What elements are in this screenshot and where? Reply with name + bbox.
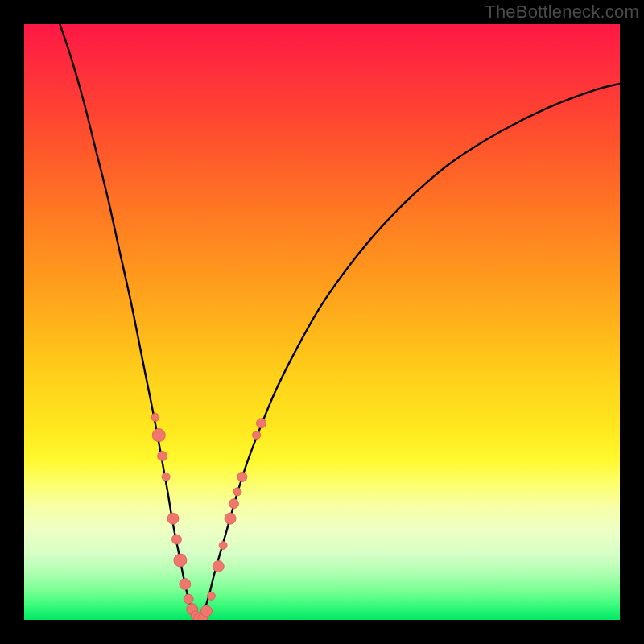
chart-frame: TheBottleneck.com [0,0,644,644]
watermark-text: TheBottleneck.com [485,2,639,23]
marker-dot [229,499,238,509]
marker-dot [200,605,212,617]
marker-dot [257,419,266,428]
marker-dot [174,554,187,567]
marker-dot [184,594,193,604]
marker-dot [151,413,159,421]
marker-dot [225,513,236,524]
marker-dot [213,560,224,572]
bottleneck-curve [60,24,620,620]
marker-dot [207,592,215,600]
marker-dot [152,429,165,442]
marker-dot [219,542,227,550]
marker-dot [171,535,181,544]
marker-dot [180,579,191,590]
marker-dot [162,473,170,481]
marker-dot [167,513,179,524]
marker-dot [158,452,167,461]
curve-layer [24,24,620,620]
marker-dot [237,472,247,481]
curve-markers [151,413,266,620]
marker-dot [233,488,242,496]
marker-dot [253,431,261,440]
plot-area [24,24,620,620]
